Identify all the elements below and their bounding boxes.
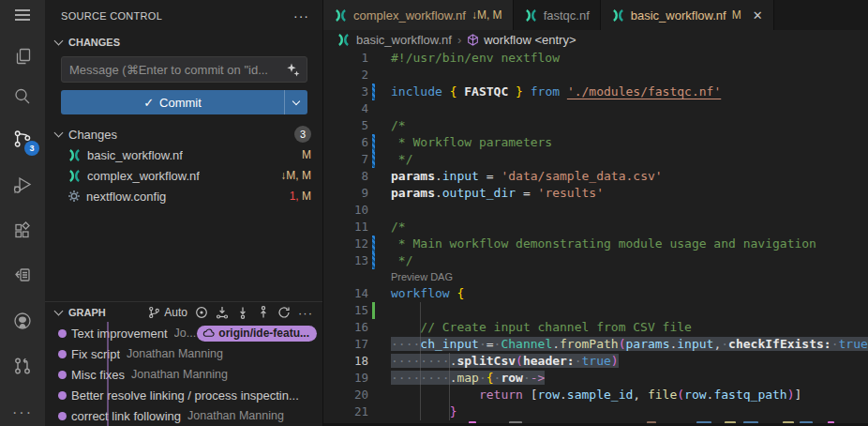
- code-line-9[interactable]: 9params.output_dir = 'results': [323, 185, 868, 202]
- indent-guide: [420, 302, 421, 420]
- commit-dot: [58, 329, 67, 338]
- tab-complex_workflow.nf[interactable]: complex_workflow.nf↓M, M: [323, 0, 514, 30]
- graph-auto-toggle[interactable]: Auto: [148, 306, 187, 319]
- code-line-18[interactable]: 18········.splitCsv(header:·true): [323, 353, 868, 370]
- gutter: [368, 285, 378, 302]
- nextflow-icon: [334, 8, 348, 23]
- tab-fastqc.nf[interactable]: fastqc.nf: [514, 0, 601, 30]
- code-line-14[interactable]: 14workflow {: [323, 285, 868, 302]
- line-number: 1: [323, 50, 368, 67]
- panel-more-icon[interactable]: ···: [293, 8, 309, 23]
- line-number: 3: [323, 84, 368, 100]
- code-line-3[interactable]: 3include { FASTQC } from './modules/fast…: [323, 84, 868, 100]
- source-control-icon[interactable]: 3: [0, 120, 45, 158]
- cloud-icon: [202, 328, 215, 338]
- code-line-6[interactable]: 6 * Workflow parameters: [323, 134, 868, 151]
- code-editor[interactable]: 1#!/usr/bin/env nextflow23include { FAST…: [323, 50, 868, 426]
- commit-row[interactable]: correct link followingJonathan Manning: [45, 405, 322, 426]
- code-line-11[interactable]: 11/*: [323, 219, 868, 236]
- changes-section-header[interactable]: CHANGES: [45, 32, 322, 53]
- line-number: 4: [323, 100, 368, 117]
- scm-badge: 3: [24, 141, 39, 156]
- commit-row[interactable]: Text improvementJo...origin/ide-featu...: [45, 323, 322, 343]
- file-row-basic_workflow.nf[interactable]: basic_workflow.nfM: [45, 145, 322, 165]
- code-line-20[interactable]: 20 return [row.sample_id, file(row.fastq…: [323, 387, 868, 403]
- line-number: 14: [323, 285, 368, 302]
- code-line-8[interactable]: 8params.input = 'data/sample_data.csv': [323, 168, 868, 185]
- breadcrumb-symbol[interactable]: workflow <entry>: [467, 33, 576, 47]
- code-line-19[interactable]: 19········.map·{·row·->: [323, 370, 868, 387]
- commit-message-input[interactable]: [69, 63, 286, 77]
- editor-group: complex_workflow.nf↓M, Mfastqc.nfbasic_w…: [323, 0, 868, 426]
- graph-more-icon[interactable]: ···: [298, 306, 313, 320]
- code-line-5[interactable]: 5/*: [323, 117, 868, 134]
- code-line-4[interactable]: 4: [323, 100, 868, 117]
- commit-message-box: [61, 56, 307, 83]
- run-debug-icon[interactable]: [0, 166, 45, 204]
- references-icon[interactable]: [0, 256, 45, 294]
- commit-row[interactable]: Misc fixesJonathan Manning: [45, 364, 322, 385]
- tab-git-status: M: [732, 8, 741, 22]
- code-line-10[interactable]: 10: [323, 202, 868, 219]
- line-number: 17: [323, 336, 368, 353]
- changes-tree-label: Changes: [68, 128, 117, 142]
- line-number: 11: [323, 219, 368, 236]
- commit-dot: [58, 391, 67, 400]
- explorer-icon[interactable]: [0, 38, 45, 75]
- codelens-preview-dag[interactable]: Preview DAG: [323, 269, 868, 285]
- push-icon[interactable]: [257, 306, 270, 319]
- nextflow-icon: [524, 8, 538, 23]
- code-line-2[interactable]: 2: [323, 67, 868, 84]
- code-line-13[interactable]: 13 */: [323, 252, 868, 269]
- git-gutter-mod: [368, 84, 378, 100]
- breadcrumb-file[interactable]: basic_workflow.nf: [356, 33, 452, 47]
- code-line-7[interactable]: 7 */: [323, 151, 868, 168]
- git-gutter-mod: [368, 236, 378, 252]
- commit-row[interactable]: Fix scriptJonathan Manning: [45, 343, 322, 364]
- close-icon[interactable]: ✕: [753, 8, 763, 23]
- commit-dot: [58, 412, 67, 420]
- refresh-icon[interactable]: [277, 306, 291, 319]
- panel-title: SOURCE CONTROL: [61, 10, 162, 22]
- changes-tree-header[interactable]: Changes 3: [45, 124, 322, 145]
- chevron-down-icon: [54, 37, 64, 46]
- chevron-down-icon: [292, 98, 300, 105]
- extensions-icon[interactable]: [0, 212, 45, 250]
- commit-message: Text improvement: [71, 327, 168, 341]
- code-line-1[interactable]: 1#!/usr/bin/env nextflow: [323, 50, 868, 67]
- gutter: [368, 387, 378, 403]
- file-row-nextflow.config[interactable]: nextflow.config1, M: [45, 186, 322, 206]
- commit-button[interactable]: ✓ Commit: [61, 90, 307, 114]
- menu-icon[interactable]: [0, 0, 45, 30]
- code-line-21[interactable]: 21 }: [323, 403, 868, 420]
- tab-label: complex_workflow.nf: [353, 8, 466, 23]
- symbol-cube-icon: [467, 34, 479, 46]
- commit-dropdown-button[interactable]: [284, 90, 307, 114]
- gutter: [368, 117, 378, 134]
- more-actions-icon[interactable]: ···: [0, 394, 45, 426]
- branch-ref-badge[interactable]: origin/ide-featu...: [197, 326, 317, 342]
- commit-message: correct link following: [71, 409, 181, 423]
- code-line-15[interactable]: 15: [323, 302, 868, 319]
- source-control-panel: SOURCE CONTROL ··· CHANGES ✓ Commit Chan…: [45, 0, 323, 426]
- pull-icon[interactable]: [236, 306, 249, 319]
- pull-request-icon[interactable]: [0, 347, 45, 385]
- code-line-16[interactable]: 16 // Create input channel from CSV file: [323, 319, 868, 336]
- file-row-complex_workflow.nf[interactable]: complex_workflow.nf↓M, M: [45, 165, 322, 186]
- commit-row[interactable]: Better resolve linking / process inspect…: [45, 385, 322, 405]
- fetch-icon[interactable]: [216, 306, 229, 319]
- breadcrumb-separator: ›: [457, 33, 461, 47]
- file-status: ↓M, M: [280, 169, 311, 182]
- sparkle-icon[interactable]: [286, 62, 301, 77]
- search-icon[interactable]: [0, 78, 45, 115]
- breadcrumb[interactable]: basic_workflow.nf › workflow <entry>: [323, 30, 868, 50]
- commit-author: Jonathan Manning: [127, 347, 223, 360]
- github-icon[interactable]: [0, 302, 45, 340]
- graph-header[interactable]: GRAPH Auto ···: [45, 302, 322, 323]
- code-line-17[interactable]: 17····ch_input·=·Channel.fromPath(params…: [323, 336, 868, 353]
- chevron-down-icon: [54, 129, 64, 138]
- target-icon[interactable]: [195, 306, 208, 319]
- tab-basic_workflow.nf[interactable]: basic_workflow.nfM✕: [601, 0, 774, 30]
- branch-icon: [148, 306, 160, 319]
- code-line-12[interactable]: 12 * Main workflow demonstrating module …: [323, 236, 868, 252]
